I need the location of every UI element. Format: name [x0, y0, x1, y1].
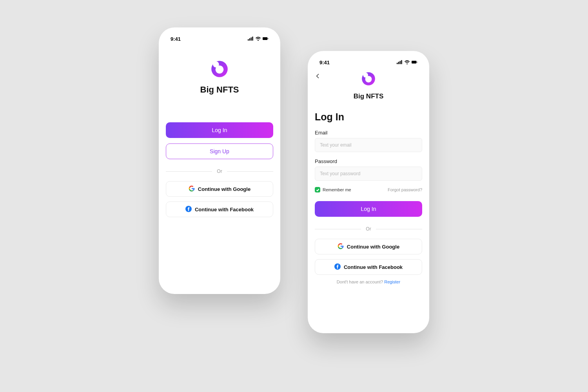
check-icon: [315, 187, 320, 192]
password-field[interactable]: [315, 167, 422, 181]
register-prompt-text: Dont't have an account?: [337, 279, 384, 284]
forgot-password-link[interactable]: Forgot password?: [388, 187, 422, 192]
svg-rect-3: [252, 36, 253, 40]
logo-block: Big NFTS: [315, 71, 422, 100]
status-icons: [397, 60, 417, 65]
or-divider: Or: [166, 169, 273, 174]
svg-rect-12: [400, 61, 401, 64]
battery-icon: [263, 36, 269, 42]
svg-rect-10: [397, 63, 398, 64]
continue-facebook-button[interactable]: Continue with Facebook: [166, 201, 273, 217]
register-link[interactable]: Register: [384, 279, 400, 284]
logo-block: Big NFTS: [166, 59, 273, 95]
cellular-icon: [397, 60, 403, 65]
status-bar: 9:41: [315, 58, 422, 67]
wifi-icon: [404, 60, 410, 65]
continue-google-label: Continue with Google: [347, 244, 399, 250]
welcome-screen: 9:41 Big NFTS Log In Sign Up: [159, 27, 280, 294]
or-label: Or: [217, 169, 222, 174]
svg-rect-13: [401, 60, 402, 64]
battery-icon: [412, 60, 417, 65]
chevron-left-icon: [315, 74, 321, 80]
svg-point-8: [213, 62, 219, 68]
google-icon: [189, 185, 195, 193]
email-field[interactable]: [315, 138, 422, 152]
continue-facebook-label: Continue with Facebook: [344, 264, 403, 270]
brand-name: Big NFTS: [166, 85, 273, 95]
svg-point-18: [363, 73, 368, 78]
status-bar: 9:41: [166, 34, 273, 43]
app-logo-icon: [360, 82, 377, 88]
svg-rect-5: [268, 38, 268, 39]
svg-rect-2: [251, 37, 252, 40]
svg-rect-14: [412, 61, 416, 64]
svg-rect-4: [263, 37, 267, 40]
remember-me-label: Remember me: [323, 187, 351, 192]
svg-rect-11: [398, 62, 399, 64]
back-button[interactable]: [315, 73, 321, 81]
google-icon: [338, 243, 344, 250]
continue-google-button[interactable]: Continue with Google: [166, 181, 273, 197]
continue-google-button[interactable]: Continue with Google: [315, 239, 422, 254]
facebook-icon: [185, 206, 192, 213]
brand-name: Big NFTS: [315, 93, 422, 100]
continue-google-label: Continue with Google: [198, 186, 250, 192]
status-time: 9:41: [319, 60, 330, 65]
submit-login-button[interactable]: Log In: [315, 201, 422, 217]
signup-button[interactable]: Sign Up: [166, 143, 273, 159]
status-time: 9:41: [171, 36, 181, 42]
or-label: Or: [366, 226, 371, 232]
svg-rect-1: [249, 38, 250, 40]
svg-rect-15: [417, 62, 417, 63]
app-logo-icon: [209, 74, 230, 80]
login-screen: 9:41 Big NFTS Log In: [308, 51, 429, 333]
cellular-icon: [248, 36, 254, 42]
wifi-icon: [255, 36, 261, 42]
email-label: Email: [315, 130, 422, 136]
page-title: Log In: [315, 111, 422, 123]
continue-facebook-button[interactable]: Continue with Facebook: [315, 259, 422, 275]
register-prompt: Dont't have an account? Register: [315, 279, 422, 284]
continue-facebook-label: Continue with Facebook: [195, 207, 254, 212]
remember-me-toggle[interactable]: Remember me: [315, 187, 351, 192]
svg-rect-0: [248, 39, 249, 40]
status-icons: [248, 36, 269, 42]
or-divider: Or: [315, 226, 422, 232]
password-label: Password: [315, 158, 422, 164]
facebook-icon: [334, 263, 341, 271]
login-button[interactable]: Log In: [166, 122, 273, 138]
